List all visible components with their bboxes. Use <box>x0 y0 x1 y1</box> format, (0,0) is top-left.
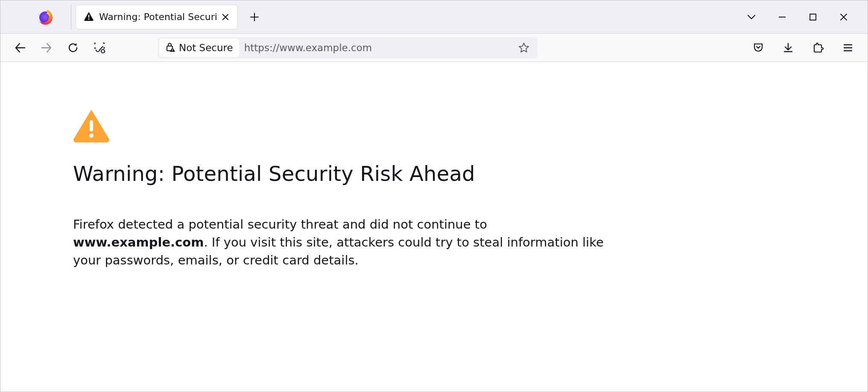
app-menu-button[interactable] <box>837 37 859 59</box>
not-secure-label: Not Secure <box>179 42 233 53</box>
tab-divider <box>71 4 71 30</box>
svg-point-9 <box>89 134 94 138</box>
security-indicator[interactable]: Not Secure <box>159 39 239 57</box>
url-bar[interactable]: Not Secure https://www.example.com <box>158 37 538 58</box>
close-window-button[interactable] <box>828 5 859 29</box>
svg-point-2 <box>88 18 90 20</box>
window-controls <box>767 5 868 29</box>
desc-host: www.example.com <box>73 235 204 250</box>
maximize-window-button[interactable] <box>798 5 828 29</box>
extensions-button[interactable] <box>807 37 829 59</box>
forward-button[interactable] <box>35 37 58 59</box>
svg-rect-6 <box>172 49 172 50</box>
screenshot-button[interactable] <box>88 37 111 59</box>
tab-title: Warning: Potential Security Risk <box>99 12 217 22</box>
navigation-toolbar: Not Secure https://www.example.com <box>0 34 868 62</box>
reload-button[interactable] <box>62 37 84 59</box>
page-description: Firefox detected a potential security th… <box>73 215 624 269</box>
svg-rect-8 <box>90 120 93 131</box>
back-button[interactable] <box>9 37 31 59</box>
page-heading: Warning: Potential Security Risk Ahead <box>73 162 868 186</box>
warning-triangle-icon <box>84 11 94 23</box>
warning-triangle-large-icon <box>73 109 868 145</box>
list-all-tabs-button[interactable] <box>736 5 767 29</box>
page-content: Warning: Potential Security Risk Ahead F… <box>0 62 868 269</box>
firefox-logo-icon <box>37 9 54 26</box>
svg-rect-1 <box>88 15 89 17</box>
svg-point-4 <box>101 49 105 53</box>
bookmark-star-button[interactable] <box>516 40 532 55</box>
minimize-window-button[interactable] <box>767 5 798 29</box>
new-tab-button[interactable] <box>244 7 265 27</box>
close-tab-button[interactable] <box>219 11 231 23</box>
svg-point-7 <box>172 50 173 51</box>
downloads-button[interactable] <box>777 37 799 59</box>
desc-text-before: Firefox detected a potential security th… <box>73 217 487 232</box>
active-tab[interactable]: Warning: Potential Security Risk <box>76 5 238 29</box>
svg-rect-3 <box>810 14 816 20</box>
lock-warning-icon <box>165 42 175 54</box>
url-text: https://www.example.com <box>244 42 516 53</box>
tab-bar: Warning: Potential Security Risk <box>0 0 868 34</box>
pocket-button[interactable] <box>747 37 769 59</box>
